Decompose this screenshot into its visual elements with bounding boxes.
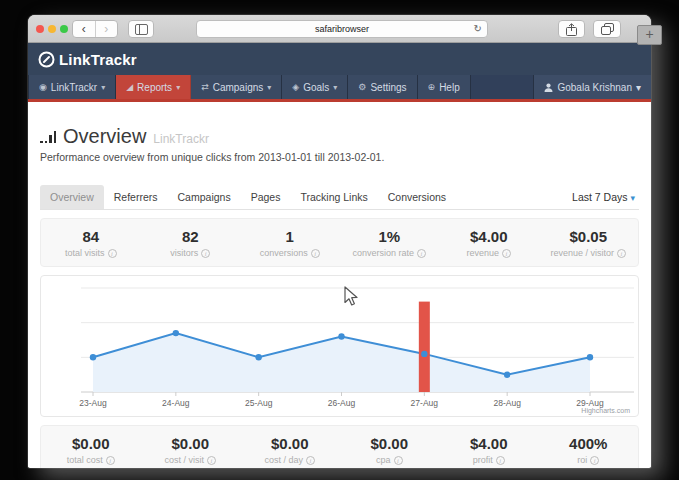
nav-label: Goals [303, 82, 329, 93]
info-icon[interactable]: i [496, 456, 505, 465]
chevron-down-icon: ▾ [176, 83, 180, 92]
help-icon: ⊕ [428, 82, 436, 92]
page-content: Overview LinkTrackr Performance overview… [28, 102, 651, 467]
info-icon[interactable]: i [617, 249, 626, 258]
stat-label: roi [577, 455, 587, 465]
page-title: Overview [63, 125, 146, 148]
info-icon[interactable]: i [106, 456, 115, 465]
svg-text:25-Aug: 25-Aug [245, 398, 273, 408]
chart-icon: ◢ [126, 82, 133, 92]
frame-plus-button[interactable]: + [637, 25, 662, 45]
wrench-icon: ⚙ [358, 82, 366, 92]
report-tabs: Overview Referrers Campaigns Pages Track… [40, 185, 639, 210]
minimize-window-button[interactable] [48, 25, 56, 33]
stat-cpa: $0.00cpai [340, 435, 440, 465]
show-tabs-button[interactable] [593, 20, 621, 38]
stat-value: 400% [539, 435, 639, 452]
stat-profit: $4.00profiti [439, 435, 539, 465]
nav-item-linktrackr[interactable]: ◉ LinkTrackr ▾ [28, 75, 116, 99]
page-subtitle: Performance overview from unique clicks … [40, 151, 639, 163]
tab-overview[interactable]: Overview [40, 185, 104, 209]
back-button[interactable]: ‹ [73, 21, 96, 37]
stat-value: $4.00 [439, 228, 539, 245]
logo-text: LinkTrackr [59, 51, 137, 68]
stat-revenue: $4.00revenuei [439, 228, 539, 258]
stat-label: conversion rate [352, 248, 414, 258]
stat-value: $4.00 [439, 435, 539, 452]
tabs-overview-icon [601, 23, 614, 35]
nav-label: Reports [137, 82, 172, 93]
linktrackr-logo[interactable]: LinkTrackr [38, 51, 137, 68]
stat-label: total cost [67, 455, 103, 465]
date-range-selector[interactable]: Last 7 Days ▾ [568, 185, 639, 209]
reload-icon[interactable]: ↻ [474, 21, 482, 37]
chevron-down-icon: ▾ [267, 83, 271, 92]
info-icon[interactable]: i [306, 456, 315, 465]
stat-label: total visits [65, 248, 105, 258]
stat-value: 82 [141, 228, 241, 245]
info-icon[interactable]: i [417, 249, 426, 258]
stat-roi: 400%roii [539, 435, 639, 465]
main-nav: ◉ LinkTrackr ▾ ◢ Reports ▾ ⇄ Campaigns ▾… [28, 75, 651, 99]
stat-cost-visit: $0.00cost / visiti [141, 435, 241, 465]
stat-label: cost / visit [164, 455, 204, 465]
sidebar-icon [135, 24, 148, 35]
info-icon[interactable]: i [394, 456, 403, 465]
chevron-down-icon: ▾ [636, 82, 641, 93]
zoom-window-button[interactable] [60, 25, 68, 33]
nav-item-reports[interactable]: ◢ Reports ▾ [116, 75, 191, 99]
stat-value: 1% [340, 228, 440, 245]
nav-item-settings[interactable]: ⚙ Settings [348, 75, 417, 99]
share-icon [566, 23, 577, 36]
stat-value: $0.00 [41, 435, 141, 452]
stat-conversion-rate: 1%conversion ratei [340, 228, 440, 258]
stat-label: conversions [260, 248, 308, 258]
stat-revenue-visitor: $0.05revenue / visitori [539, 228, 639, 258]
stat-value: $0.05 [539, 228, 639, 245]
nav-item-goals[interactable]: ◈ Goals ▾ [282, 75, 348, 99]
nav-item-campaigns[interactable]: ⇄ Campaigns ▾ [191, 75, 282, 99]
title-block: Overview LinkTrackr Performance overview… [40, 102, 639, 163]
close-window-button[interactable] [36, 25, 44, 33]
user-icon [544, 83, 553, 92]
share-button[interactable] [558, 20, 585, 38]
stat-conversions: 1conversionsi [240, 228, 340, 258]
user-menu[interactable]: Gobala Krishnan ▾ [533, 75, 651, 99]
stat-total-cost: $0.00total costi [41, 435, 141, 465]
chart-credit: Highcharts.com [581, 407, 630, 414]
tab-campaigns[interactable]: Campaigns [168, 185, 241, 209]
date-range-label: Last 7 Days [572, 191, 627, 203]
bar-chart-icon [40, 130, 56, 143]
tab-tracking-links[interactable]: Tracking Links [290, 185, 377, 209]
globe-icon: ◉ [39, 82, 47, 92]
visits-chart: 23-Aug24-Aug25-Aug26-Aug27-Aug28-Aug29-A… [41, 276, 642, 416]
info-icon[interactable]: i [108, 249, 117, 258]
address-bar[interactable]: safaribrowser ↻ [196, 20, 488, 38]
info-icon[interactable]: i [207, 456, 216, 465]
stat-value: $0.00 [141, 435, 241, 452]
tab-referrers[interactable]: Referrers [104, 185, 168, 209]
chevron-down-icon: ▾ [101, 83, 105, 92]
info-icon[interactable]: i [590, 456, 599, 465]
stat-value: 1 [240, 228, 340, 245]
svg-text:26-Aug: 26-Aug [328, 398, 356, 408]
info-icon[interactable]: i [502, 249, 511, 258]
user-name: Gobala Krishnan [557, 82, 632, 93]
forward-button[interactable]: › [96, 21, 118, 37]
stat-total-visits: 84total visitsi [41, 228, 141, 258]
stat-label: revenue / visitor [550, 248, 614, 258]
nav-item-help[interactable]: ⊕ Help [418, 75, 471, 99]
sidebar-toggle-button[interactable] [128, 20, 154, 38]
browser-chrome: ‹ › safaribrowser ↻ [28, 15, 651, 43]
info-icon[interactable]: i [311, 249, 320, 258]
stats-row-bottom: $0.00total costi$0.00cost / visiti$0.00c… [40, 425, 639, 468]
tab-pages[interactable]: Pages [241, 185, 291, 209]
stat-label: revenue [466, 248, 499, 258]
info-icon[interactable]: i [201, 249, 210, 258]
stat-visitors: 82visitorsi [141, 228, 241, 258]
app-header: LinkTrackr [28, 43, 651, 75]
page-title-suffix: LinkTrackr [153, 132, 209, 146]
stats-row-top: 84total visitsi82visitorsi1conversionsi1… [40, 218, 639, 267]
stat-label: visitors [170, 248, 198, 258]
tab-conversions[interactable]: Conversions [378, 185, 456, 209]
